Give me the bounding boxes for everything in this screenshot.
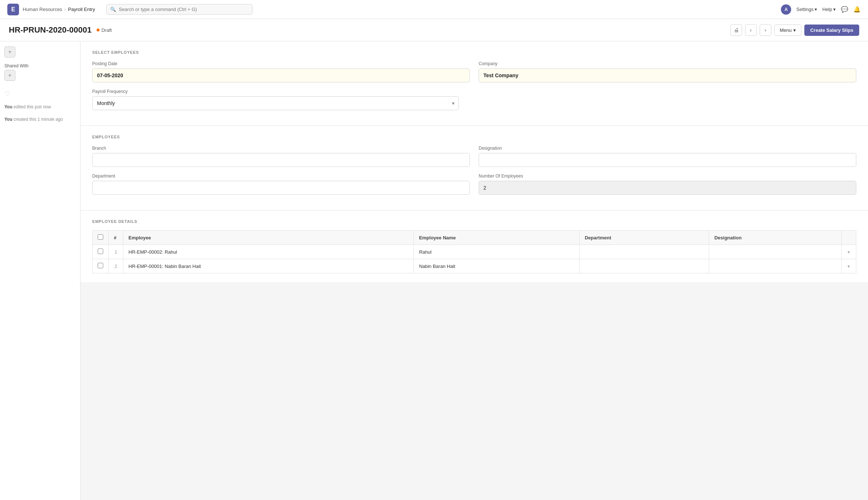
- department-group: Department: [92, 173, 470, 195]
- chat-icon[interactable]: 💬: [841, 6, 848, 13]
- employee-table: # Employee Employee Name Department Desi…: [92, 230, 856, 273]
- menu-button[interactable]: Menu ▾: [774, 25, 802, 36]
- num-employees-value: 2: [479, 181, 856, 195]
- heart-icon[interactable]: ♡: [4, 90, 76, 98]
- status-label: Draft: [101, 27, 112, 33]
- row-designation: [709, 245, 842, 259]
- row-expand[interactable]: ▾: [842, 259, 856, 273]
- designation-label: Designation: [479, 146, 856, 151]
- activity1-you: You: [4, 104, 12, 109]
- company-input[interactable]: [479, 68, 856, 82]
- payroll-frequency-row: Payroll Frequency Monthly Weekly Biweekl…: [92, 89, 856, 110]
- row-checkbox-cell: [93, 245, 109, 259]
- num-employees-label: Number Of Employees: [479, 173, 856, 179]
- main-layout: + Shared With + ♡ You edited this just n…: [0, 41, 868, 500]
- row-checkbox-cell: [93, 259, 109, 273]
- main-content: SELECT EMPLOYEES Posting Date Company Pa…: [81, 41, 868, 500]
- col-employee-header: Employee: [123, 231, 414, 245]
- print-button[interactable]: 🖨: [730, 24, 742, 36]
- col-designation-header: Designation: [709, 231, 842, 245]
- search-input[interactable]: [119, 7, 248, 12]
- employees-section: EMPLOYEES Branch Designation Department …: [81, 126, 868, 210]
- breadcrumb-hr[interactable]: Human Resources: [23, 7, 62, 12]
- select-employees-section: SELECT EMPLOYEES Posting Date Company Pa…: [81, 41, 868, 126]
- menu-chevron-icon: ▾: [793, 27, 796, 33]
- payroll-frequency-select[interactable]: Monthly Weekly Biweekly Daily: [92, 96, 459, 110]
- shared-with-section: Shared With +: [4, 63, 76, 81]
- help-chevron-icon: ▾: [833, 7, 836, 12]
- breadcrumb-sep1: ›: [64, 7, 66, 12]
- employee-table-body: 1 HR-EMP-00002: Rahul Rahul ▾ 2 HR-EMP-0…: [93, 245, 856, 273]
- payroll-frequency-label: Payroll Frequency: [92, 89, 459, 94]
- avatar: A: [781, 4, 791, 15]
- col-department-header: Department: [579, 231, 709, 245]
- search-icon: 🔍: [110, 7, 116, 12]
- col-employee-name-header: Employee Name: [414, 231, 580, 245]
- settings-label: Settings: [796, 7, 813, 12]
- row-expand[interactable]: ▾: [842, 245, 856, 259]
- row-employee-name: Nabin Baran Hait: [414, 259, 580, 273]
- branch-input[interactable]: [92, 153, 470, 167]
- employee-details-title: Employee Details: [92, 219, 856, 224]
- row-num: 2: [109, 259, 123, 273]
- designation-input[interactable]: [479, 153, 856, 167]
- status-badge: Draft: [97, 27, 112, 33]
- activity2-you: You: [4, 117, 12, 122]
- row-employee: HR-EMP-00002: Rahul: [123, 245, 414, 259]
- search-bar[interactable]: 🔍: [106, 4, 252, 15]
- row-employee: HR-EMP-00001: Nabin Baran Hait: [123, 259, 414, 273]
- status-dot: [97, 29, 100, 31]
- settings-button[interactable]: Settings ▾: [796, 7, 817, 12]
- posting-date-label: Posting Date: [92, 61, 470, 66]
- row-select-checkbox[interactable]: [98, 249, 103, 254]
- row-department: [579, 245, 709, 259]
- activity1-text: edited this just now: [12, 104, 51, 109]
- help-label: Help: [822, 7, 832, 12]
- payroll-frequency-group: Payroll Frequency Monthly Weekly Biweekl…: [92, 89, 459, 110]
- sidebar: + Shared With + ♡ You edited this just n…: [0, 41, 81, 500]
- company-label: Company: [479, 61, 856, 66]
- add-sidebar-item-button[interactable]: +: [4, 46, 15, 57]
- select-all-checkbox[interactable]: [98, 234, 103, 240]
- col-select-all: [93, 231, 109, 245]
- col-num-header: #: [109, 231, 123, 245]
- designation-group: Designation: [479, 146, 856, 167]
- add-shared-button[interactable]: +: [4, 70, 15, 81]
- posting-date-input[interactable]: [92, 68, 470, 82]
- header-actions: 🖨 ‹ › Menu ▾ Create Salary Slips: [730, 24, 859, 36]
- posting-company-row: Posting Date Company: [92, 61, 856, 82]
- table-row: 1 HR-EMP-00002: Rahul Rahul ▾: [93, 245, 856, 259]
- topnav: E Human Resources › Payroll Entry 🔍 A Se…: [0, 0, 868, 19]
- row-select-checkbox[interactable]: [98, 263, 103, 268]
- help-button[interactable]: Help ▾: [822, 7, 836, 12]
- row-designation: [709, 259, 842, 273]
- employee-details-section: Employee Details # Employee Employee Nam…: [81, 210, 868, 282]
- department-label: Department: [92, 173, 470, 179]
- activity-edited: You edited this just now: [4, 104, 76, 110]
- next-button[interactable]: ›: [760, 24, 771, 36]
- select-employees-title: SELECT EMPLOYEES: [92, 50, 856, 55]
- activity-created: You created this 1 minute ago: [4, 116, 76, 123]
- company-group: Company: [479, 61, 856, 82]
- branch-group: Branch: [92, 146, 470, 167]
- shared-with-label: Shared With: [4, 63, 76, 68]
- topnav-right: A Settings ▾ Help ▾ 💬 🔔: [781, 4, 861, 15]
- row-employee-name: Rahul: [414, 245, 580, 259]
- row-num: 1: [109, 245, 123, 259]
- menu-label: Menu: [780, 27, 792, 33]
- page-title: HR-PRUN-2020-00001: [9, 25, 91, 35]
- prev-button[interactable]: ‹: [745, 24, 757, 36]
- create-salary-slips-button[interactable]: Create Salary Slips: [804, 25, 859, 36]
- row-department: [579, 259, 709, 273]
- table-header-row: # Employee Employee Name Department Desi…: [93, 231, 856, 245]
- department-numemployees-row: Department Number Of Employees 2: [92, 173, 856, 195]
- breadcrumb: Human Resources › Payroll Entry: [23, 7, 95, 12]
- notification-icon[interactable]: 🔔: [853, 6, 861, 13]
- breadcrumb-payroll[interactable]: Payroll Entry: [68, 7, 95, 12]
- settings-chevron-icon: ▾: [815, 7, 817, 12]
- col-expand-header: [842, 231, 856, 245]
- page-header: HR-PRUN-2020-00001 Draft 🖨 ‹ › Menu ▾ Cr…: [0, 19, 868, 41]
- payroll-frequency-select-wrapper: Monthly Weekly Biweekly Daily ▾: [92, 96, 459, 110]
- branch-label: Branch: [92, 146, 470, 151]
- department-input[interactable]: [92, 181, 470, 195]
